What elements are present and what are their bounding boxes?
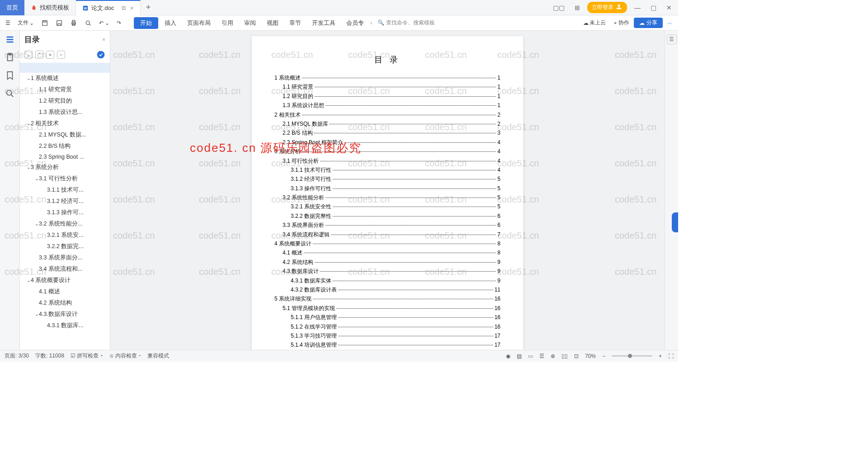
toc-row[interactable]: 4.3.2 数据库设计表11 (274, 285, 500, 294)
word-count[interactable]: 字数: 11008 (35, 352, 64, 360)
collab-button[interactable]: ⚬ 协作 (610, 17, 632, 28)
toc-row[interactable]: 3.3 系统界面分析6 (274, 221, 500, 230)
toc-row[interactable]: 2.2 B/S 结构3 (274, 128, 500, 137)
view-web-icon[interactable]: ⊕ (551, 353, 555, 359)
toc-row[interactable]: 5.1.1 用户信息管理16 (274, 313, 500, 322)
outline-item[interactable]: ⌄3.1 可行性分析 (20, 173, 110, 184)
outline-item[interactable]: ⌄4 系统概要设计 (20, 275, 110, 286)
view-book-icon[interactable]: ▯▯ (561, 353, 568, 359)
redo-icon[interactable]: ↷ (114, 18, 124, 28)
right-panel-toggle[interactable]: ☰ (667, 34, 677, 44)
panel-close-icon[interactable]: × (102, 37, 105, 43)
toc-row[interactable]: 3.2 系统性能分析5 (274, 193, 500, 202)
outline-item[interactable]: 3.1.1 技术可... (20, 184, 110, 196)
save-icon[interactable] (38, 18, 51, 28)
zoom-slider[interactable] (612, 355, 652, 357)
toc-row[interactable]: 1.2 研究目的1 (274, 92, 500, 101)
outline-item[interactable] (20, 63, 110, 73)
outline-item[interactable]: 3.3 系统界面分... (20, 252, 110, 263)
view-page-icon[interactable]: ▤ (517, 353, 522, 359)
ribbon-tab-start[interactable]: 开始 (134, 17, 158, 29)
close-icon[interactable]: × (130, 5, 134, 12)
clipboard-icon[interactable] (5, 52, 15, 62)
outline-item[interactable]: ⌄1 系统概述 (20, 73, 110, 84)
outline-item[interactable]: ⌄3.2 系统性能分... (20, 218, 110, 230)
ribbon-tab-dev[interactable]: 开发工具 (307, 17, 340, 29)
toc-row[interactable]: 2.3 Spring Boot 框架简介4 (274, 138, 500, 147)
toc-row[interactable]: 1.1 研究背景1 (274, 82, 500, 91)
menu-button[interactable]: ☰ (3, 18, 13, 28)
preview-icon[interactable] (82, 18, 94, 28)
outline-item[interactable]: ⌄2 相关技术 (20, 118, 110, 129)
layout-icon[interactable]: ▢▢ (550, 4, 567, 11)
outline-item[interactable]: 3.4 系统流程和... (20, 263, 110, 275)
bookmark-icon[interactable] (5, 71, 15, 80)
maximize-button[interactable]: ▢ (648, 4, 659, 11)
compat-mode[interactable]: 兼容模式 (147, 352, 169, 360)
toc-row[interactable]: 4.1 概述8 (274, 248, 500, 257)
share-button[interactable]: ☁ 分享 (634, 18, 663, 28)
outline-item[interactable]: 2.2 B/S 结构 (20, 141, 110, 152)
toc-row[interactable]: 5.1.3 学习技巧管理17 (274, 331, 500, 340)
ribbon-tab-insert[interactable]: 插入 (160, 17, 181, 29)
ribbon-tab-view[interactable]: 视图 (262, 17, 283, 29)
toc-row[interactable]: 3.1.1 技术可行性4 (274, 165, 500, 174)
command-search[interactable]: 🔍 查找命令、搜索模板 (374, 19, 438, 27)
ribbon-tab-member[interactable]: 会员专 (342, 17, 368, 29)
search-icon[interactable] (5, 89, 15, 99)
new-tab-button[interactable]: + (141, 3, 156, 12)
toc-row[interactable]: 3 系统分析4 (274, 147, 500, 156)
screen-icon[interactable]: ⧉ (122, 5, 126, 12)
toc-row[interactable]: 3.1.2 经济可行性5 (274, 174, 500, 183)
toc-row[interactable]: 4.3.1 数据库实体9 (274, 276, 500, 285)
toc-row[interactable]: 4.2 系统结构9 (274, 258, 500, 267)
zoom-value[interactable]: 70% (585, 353, 596, 359)
toc-row[interactable]: 3.1 可行性分析4 (274, 156, 500, 165)
grid-icon[interactable]: ⊞ (572, 4, 583, 11)
add-item-icon[interactable]: + (46, 51, 54, 59)
toc-row[interactable]: 2.1 MYSQL 数据库2 (274, 119, 500, 128)
print-icon[interactable] (67, 18, 80, 28)
ribbon-more[interactable]: ︿ (665, 17, 675, 28)
outline-item[interactable]: 4.1 概述 (20, 286, 110, 297)
ribbon-tab-review[interactable]: 审阅 (240, 17, 260, 29)
tab-document[interactable]: W 论文.doc ⧉ × (76, 0, 141, 15)
close-button[interactable]: ✕ (664, 4, 675, 11)
cloud-status[interactable]: ☁ 未上云 (580, 17, 609, 28)
toc-row[interactable]: 4 系统概要设计8 (274, 239, 500, 248)
outline-item[interactable]: 2.1 MYSQL 数据... (20, 129, 110, 141)
outline-item[interactable]: ⌄4.3.数据库设计 (20, 309, 110, 320)
toc-row[interactable]: 2 相关技术2 (274, 110, 500, 119)
ribbon-tab-ref[interactable]: 引用 (217, 17, 238, 29)
page-indicator[interactable]: 页面: 3/30 (5, 352, 29, 360)
outline-item[interactable]: 2.3 Spring Boot ... (20, 152, 110, 162)
toc-row[interactable]: 5 系统详细实现16 (274, 294, 500, 303)
minimize-button[interactable]: — (632, 4, 643, 11)
outline-icon[interactable] (5, 34, 15, 44)
toc-row[interactable]: 3.2.2 数据完整性6 (274, 212, 500, 221)
saveas-icon[interactable] (53, 18, 66, 28)
view-eye-icon[interactable]: ◉ (506, 353, 510, 359)
outline-item[interactable]: 3.2.2 数据完... (20, 241, 110, 252)
side-grip[interactable] (672, 212, 678, 232)
remove-item-icon[interactable]: − (57, 51, 65, 59)
outline-item[interactable]: 4.3.1 数据库... (20, 320, 110, 331)
toc-row[interactable]: 5.1.4 培训信息管理17 (274, 340, 500, 349)
login-button[interactable]: 立即登录 (587, 2, 627, 13)
view-outline-icon[interactable]: ☰ (539, 353, 544, 359)
spellcheck-toggle[interactable]: ☑ 拼写检查 ⁃ (71, 352, 103, 360)
document-viewport[interactable]: 目 录 1 系统概述11.1 研究背景11.2 研究目的11.3 系统设计思想1… (110, 31, 665, 350)
tab-template[interactable]: 找稻壳模板 (24, 0, 76, 15)
ribbon-tab-chapter[interactable]: 章节 (285, 17, 306, 29)
toc-row[interactable]: 3.2.1 系统安全性5 (274, 202, 500, 211)
outline-item[interactable]: 3.1.2 经济可... (20, 196, 110, 207)
outline-item[interactable]: 1.2 研究目的 (20, 95, 110, 107)
ribbon-tab-layout[interactable]: 页面布局 (183, 17, 215, 29)
toc-row[interactable]: 1 系统概述1 (274, 73, 500, 82)
toc-row[interactable]: 5.1.2 在线学习管理16 (274, 322, 500, 331)
expand-all-icon[interactable]: ⌃ (35, 51, 43, 59)
fullscreen-icon[interactable]: ⛶ (668, 353, 674, 359)
toc-row[interactable]: 5.1 管理员模块的实现16 (274, 304, 500, 313)
zoom-out-button[interactable]: − (602, 353, 605, 359)
zoom-in-button[interactable]: + (659, 353, 662, 359)
